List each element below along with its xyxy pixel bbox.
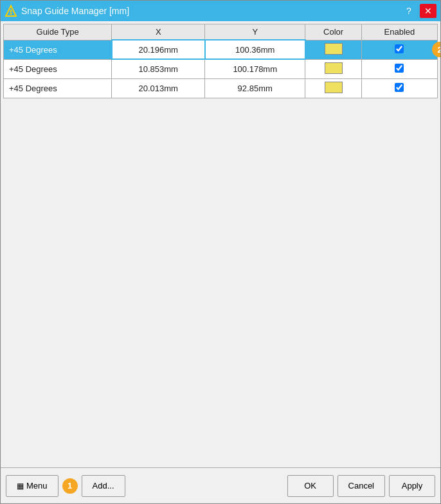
cell-enabled[interactable]	[361, 59, 437, 78]
cell-x: 20.013mm	[112, 78, 205, 98]
cell-x: 20.196mm	[112, 40, 205, 59]
add-button[interactable]: Add...	[82, 475, 125, 497]
apply-button[interactable]: Apply	[389, 475, 435, 497]
cell-x: 10.853mm	[112, 59, 205, 78]
cell-guide-type: +45 Degrees	[4, 40, 112, 59]
cell-y: 100.36mm	[205, 40, 305, 59]
cell-color[interactable]	[305, 78, 362, 98]
menu-label: Menu	[26, 481, 48, 491]
main-window: Snap Guide Manager [mm] ? ✕ Guide Type X…	[0, 0, 441, 504]
cell-y: 92.85mm	[205, 78, 305, 98]
enabled-checkbox[interactable]	[395, 44, 404, 53]
color-swatch	[325, 62, 343, 74]
table-header-row: Guide Type X Y Color Enabled	[4, 24, 438, 40]
menu-icon: ▦	[17, 482, 24, 491]
col-header-enabled: Enabled	[361, 24, 437, 40]
cell-guide-type: +45 Degrees	[4, 59, 112, 78]
cancel-button[interactable]: Cancel	[338, 475, 385, 497]
app-icon	[4, 4, 17, 17]
title-bar-left: Snap Guide Manager [mm]	[4, 4, 129, 17]
content-area: Guide Type X Y Color Enabled +45 Degrees…	[1, 21, 440, 467]
badge-1: 1	[62, 478, 78, 494]
col-header-color: Color	[305, 24, 362, 40]
help-button[interactable]: ?	[401, 4, 417, 18]
enabled-checkbox[interactable]	[395, 64, 404, 73]
footer: ▦ Menu 1 Add... OK Cancel Apply	[1, 467, 440, 503]
cell-color[interactable]	[305, 59, 362, 78]
footer-left: ▦ Menu 1 Add...	[6, 475, 125, 497]
svg-point-1	[10, 13, 12, 15]
footer-right: OK Cancel Apply	[129, 475, 436, 497]
badge-2: 2	[432, 42, 440, 57]
table-row[interactable]: +45 Degrees10.853mm100.178mm	[4, 59, 438, 78]
cell-color[interactable]	[305, 40, 362, 59]
enabled-checkbox[interactable]	[395, 83, 404, 92]
col-header-guide-type: Guide Type	[4, 24, 112, 40]
table-row[interactable]: +45 Degrees20.196mm100.36mm2	[4, 40, 438, 59]
cell-y: 100.178mm	[205, 59, 305, 78]
guides-table: Guide Type X Y Color Enabled +45 Degrees…	[3, 24, 438, 98]
close-button[interactable]: ✕	[420, 4, 437, 18]
ok-button[interactable]: OK	[287, 475, 334, 497]
color-swatch	[325, 43, 343, 55]
menu-button[interactable]: ▦ Menu	[6, 475, 59, 497]
col-header-y: Y	[205, 24, 305, 40]
window-title: Snap Guide Manager [mm]	[21, 6, 129, 16]
title-bar: Snap Guide Manager [mm] ? ✕	[1, 1, 440, 21]
col-header-x: X	[112, 24, 205, 40]
table-row[interactable]: +45 Degrees20.013mm92.85mm	[4, 78, 438, 98]
cell-enabled[interactable]	[361, 78, 437, 98]
cell-guide-type: +45 Degrees	[4, 78, 112, 98]
color-swatch	[325, 82, 343, 93]
cell-enabled[interactable]: 2	[361, 40, 437, 59]
table-container: Guide Type X Y Color Enabled +45 Degrees…	[1, 21, 440, 467]
title-bar-right: ? ✕	[401, 4, 437, 18]
